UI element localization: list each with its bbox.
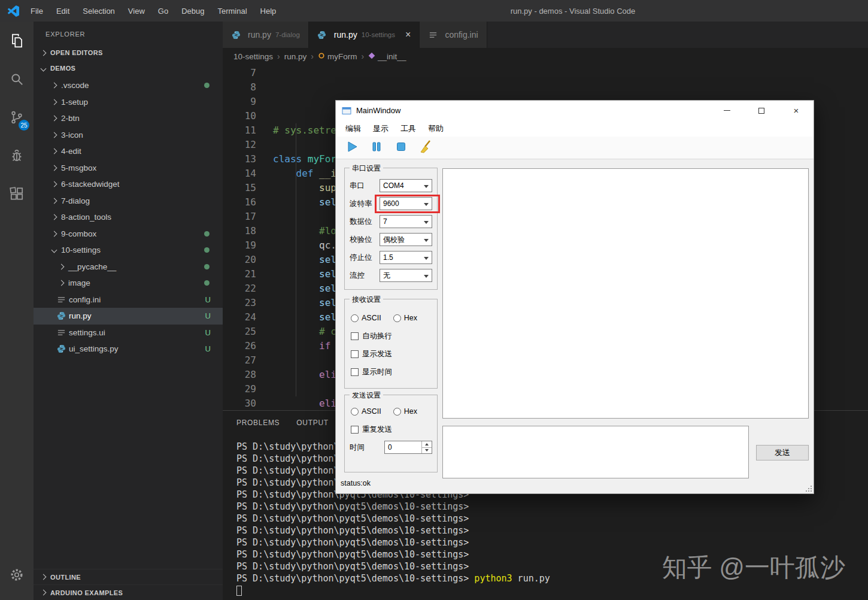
python-file-icon: [56, 344, 66, 354]
radio-icon[interactable]: [351, 314, 359, 322]
debug-icon[interactable]: [0, 137, 34, 175]
menubar-item-go[interactable]: Go: [151, 0, 175, 22]
receive-checks: 自动换行显示发送显示时间: [345, 327, 437, 381]
tree-item-8-action_tools[interactable]: 8-action_tools: [34, 209, 223, 226]
radio-label: Hex: [404, 314, 417, 322]
tree-item-settings.ui[interactable]: settings.uiU: [34, 325, 223, 341]
mainwindow-titlebar[interactable]: MainWindow ×: [336, 101, 814, 120]
tree-item-9-combox[interactable]: 9-combox: [34, 226, 223, 243]
checkbox-自动换行[interactable]: 自动换行: [345, 327, 437, 345]
tree-item-image[interactable]: image: [34, 275, 223, 292]
tab-run.py-7-dialog[interactable]: run.py7-dialog: [223, 22, 309, 48]
tree-item-10-settings[interactable]: 10-settings: [34, 242, 223, 259]
section-demos[interactable]: DEMOS: [34, 60, 223, 76]
pause-button[interactable]: [369, 140, 384, 156]
tree-item-5-msgbox[interactable]: 5-msgbox: [34, 160, 223, 177]
spin-down-icon[interactable]: [425, 449, 429, 451]
radio-icon[interactable]: [393, 314, 401, 322]
combo-停止位[interactable]: 1.5: [380, 251, 432, 264]
minimize-button[interactable]: [709, 101, 744, 120]
panel-tab-problems[interactable]: PROBLEMS: [236, 419, 280, 435]
clear-button[interactable]: [418, 140, 433, 156]
panel-tab-output[interactable]: OUTPUT: [296, 419, 329, 435]
tree-item-1-setup[interactable]: 1-setup: [34, 94, 223, 111]
radio-icon[interactable]: [351, 408, 359, 416]
terminal-cursor[interactable]: [236, 586, 242, 596]
checkbox-icon[interactable]: [351, 350, 359, 358]
search-icon[interactable]: [0, 60, 34, 98]
combo-数据位[interactable]: 7: [380, 215, 432, 228]
extensions-icon[interactable]: [0, 175, 34, 213]
close-button[interactable]: ×: [779, 101, 814, 120]
spin-up-icon[interactable]: [425, 443, 429, 446]
checkbox-icon[interactable]: [351, 368, 359, 376]
spinbox-buttons[interactable]: [421, 441, 432, 453]
menubar-item-help[interactable]: Help: [254, 0, 283, 22]
chevron-right-icon: [38, 588, 48, 598]
breadcrumb-item-myForm[interactable]: myForm: [318, 52, 357, 61]
tab-run.py-10-settings[interactable]: run.py10-settings×: [309, 22, 420, 48]
explorer-icon[interactable]: [0, 22, 34, 60]
combo-波特率[interactable]: 9600: [380, 197, 432, 210]
radio-ASCII[interactable]: ASCII: [351, 314, 390, 322]
tree-item-3-icon[interactable]: 3-icon: [34, 127, 223, 144]
tree-item-6-stackedwidget[interactable]: 6-stackedwidget: [34, 176, 223, 193]
checkbox-icon[interactable]: [351, 426, 359, 434]
checkbox-显示时间[interactable]: 显示时间: [345, 363, 437, 381]
send-checks: 重复发送: [345, 420, 437, 438]
stop-button[interactable]: [393, 140, 409, 156]
combo-校验位[interactable]: 偶校验: [380, 233, 432, 246]
terminal-line: PS D:\study\python\pyqt5\demos\10-settin…: [236, 525, 868, 537]
terminal-token: run.py: [512, 573, 550, 584]
tree-item-run.py[interactable]: run.pyU: [34, 308, 223, 325]
menubar-item-file[interactable]: File: [24, 0, 50, 22]
source-control-icon[interactable]: 25: [0, 98, 34, 137]
menubar-item-debug[interactable]: Debug: [175, 0, 211, 22]
gear-icon[interactable]: [0, 556, 34, 594]
menubar-item-edit[interactable]: Edit: [50, 0, 76, 22]
checkbox-显示发送[interactable]: 显示发送: [345, 345, 437, 363]
combo-流控[interactable]: 无: [380, 269, 432, 282]
menubar-item-view[interactable]: View: [122, 0, 151, 22]
tree-item-ui_settings.py[interactable]: ui_settings.pyU: [34, 341, 223, 357]
radio-icon[interactable]: [393, 408, 401, 416]
tree-item-7-dialog[interactable]: 7-dialog: [34, 193, 223, 210]
line-number: 18: [223, 224, 256, 238]
radio-ASCII[interactable]: ASCII: [351, 407, 390, 416]
breadcrumb-item-10-settings[interactable]: 10-settings: [233, 52, 273, 61]
tree-item-config.ini[interactable]: config.iniU: [34, 292, 223, 308]
radio-Hex[interactable]: Hex: [393, 314, 426, 322]
send-button[interactable]: 发送: [756, 445, 809, 460]
line-number: 10: [223, 109, 256, 123]
send-textarea[interactable]: [442, 426, 749, 478]
mainwindow-menu-帮助[interactable]: 帮助: [422, 123, 450, 134]
menubar-item-selection[interactable]: Selection: [76, 0, 121, 22]
mainwindow-menu-显示[interactable]: 显示: [367, 123, 394, 134]
tree-item-__pycache__[interactable]: __pycache__: [34, 259, 223, 275]
terminal-token: python3: [474, 573, 512, 584]
class-symbol-icon: [318, 52, 325, 61]
run-button[interactable]: [344, 140, 360, 156]
section-label: ARDUINO EXAMPLES: [50, 589, 123, 596]
breadcrumb-item-run.py[interactable]: run.py: [284, 52, 307, 61]
time-spinbox[interactable]: 0: [384, 441, 432, 454]
maximize-button[interactable]: [744, 101, 779, 120]
checkbox-icon[interactable]: [351, 332, 359, 340]
section-outline[interactable]: OUTLINE: [34, 569, 223, 584]
radio-Hex[interactable]: Hex: [393, 407, 426, 416]
checkbox-重复发送[interactable]: 重复发送: [345, 420, 437, 438]
breadcrumb-item-__init__[interactable]: __init__: [368, 52, 406, 61]
menubar-item-terminal[interactable]: Terminal: [211, 0, 253, 22]
mainwindow-menu-编辑[interactable]: 编辑: [339, 123, 367, 134]
tab-config.ini[interactable]: config.ini: [420, 22, 487, 48]
section-open-editors[interactable]: OPEN EDITORS: [34, 45, 223, 60]
mainwindow-menu-工具[interactable]: 工具: [394, 123, 422, 134]
resize-grip-icon[interactable]: [805, 484, 812, 492]
close-icon[interactable]: ×: [405, 30, 411, 40]
combo-串口[interactable]: COM4: [380, 179, 432, 192]
tree-item-.vscode[interactable]: .vscode: [34, 77, 223, 94]
section-arduino-examples[interactable]: ARDUINO EXAMPLES: [34, 584, 223, 600]
tree-item-4-edit[interactable]: 4-edit: [34, 143, 223, 160]
receive-textarea[interactable]: [442, 168, 809, 419]
tree-item-2-btn[interactable]: 2-btn: [34, 110, 223, 127]
